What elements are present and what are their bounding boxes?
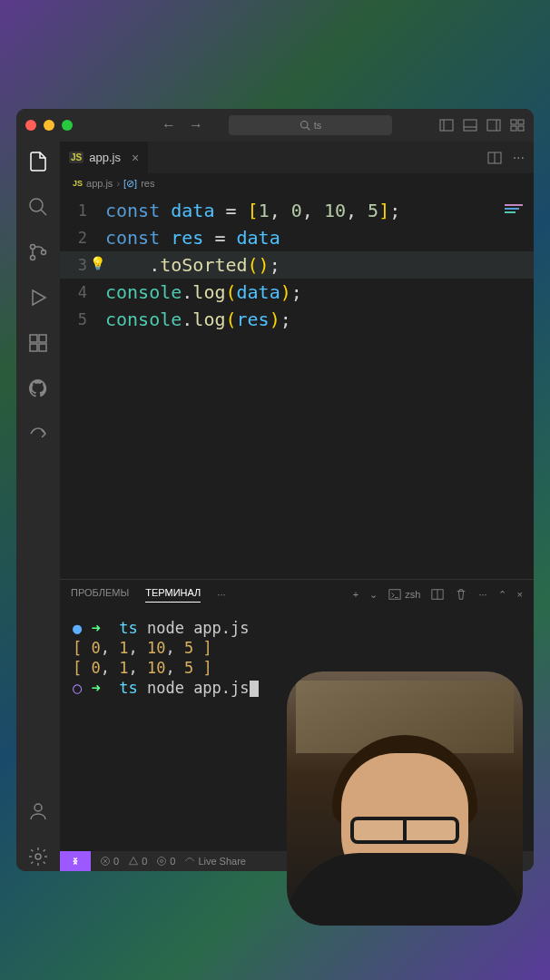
svg-rect-2 [440, 120, 453, 131]
terminal-line: [ 0, 1, 10, 5 ] [73, 638, 521, 658]
panel-close-icon[interactable]: × [517, 589, 523, 600]
code-line[interactable]: 4console.log(data); [60, 279, 534, 306]
svg-point-0 [300, 122, 308, 129]
remote-button[interactable] [60, 851, 91, 871]
svg-rect-11 [518, 126, 524, 131]
breadcrumb-symbol-icon: [⊘] [123, 178, 137, 190]
close-window-button[interactable] [25, 120, 36, 131]
search-icon [300, 120, 310, 131]
svg-rect-18 [39, 335, 46, 342]
titlebar: ← → ts [16, 109, 534, 142]
lightbulb-icon[interactable]: 💡 [90, 256, 105, 270]
layout-panel-icon[interactable] [463, 118, 477, 132]
panel-tab-problems[interactable]: ПРОБЛЕМЫ [71, 587, 129, 602]
customize-layout-icon[interactable] [510, 118, 525, 132]
extensions-icon[interactable] [27, 332, 49, 358]
minimap-icon [505, 197, 523, 219]
command-center-search[interactable]: ts [229, 115, 392, 135]
panel-tab-terminal[interactable]: ТЕРМИНАЛ [145, 587, 201, 603]
code-line[interactable]: 1const data = [1, 0, 10, 5]; [60, 197, 534, 224]
status-liveshare[interactable]: Live Share [184, 856, 246, 867]
terminal-icon [388, 588, 401, 601]
new-terminal-icon[interactable]: + [353, 589, 358, 600]
explorer-icon[interactable] [27, 151, 49, 176]
terminal-more-icon[interactable]: ··· [478, 589, 486, 600]
code-line[interactable]: 2const res = data [60, 224, 534, 251]
tab-filename: app.js [89, 151, 121, 164]
code-line[interactable]: 3💡 .toSorted(); [60, 251, 534, 279]
terminal-dropdown-icon[interactable]: ⌄ [369, 589, 378, 601]
panel-tab-more[interactable]: ··· [217, 589, 225, 600]
chevron-right-icon: › [116, 178, 120, 189]
split-terminal-icon[interactable] [431, 588, 444, 601]
svg-point-35 [161, 860, 163, 863]
accounts-icon[interactable] [27, 800, 49, 826]
status-ports[interactable]: 0 [156, 856, 175, 867]
traffic-lights [25, 120, 73, 131]
svg-rect-19 [30, 344, 37, 351]
shell-indicator[interactable]: zsh [388, 588, 420, 601]
code-editor[interactable]: 1const data = [1, 0, 10, 5];2const res =… [60, 193, 534, 579]
panel-tabs: ПРОБЛЕМЫ ТЕРМИНАЛ ··· + ⌄ zsh ··· ⌃ [60, 580, 534, 609]
search-text: ts [314, 120, 322, 131]
nav-forward-icon[interactable]: → [189, 117, 203, 133]
webcam-overlay [287, 671, 523, 926]
svg-point-34 [158, 858, 166, 866]
panel-maximize-icon[interactable]: ⌃ [498, 589, 506, 601]
split-editor-icon[interactable] [487, 151, 502, 165]
tab-app-js[interactable]: JS app.js × [60, 142, 149, 173]
svg-rect-6 [487, 120, 500, 131]
svg-rect-20 [39, 344, 46, 351]
svg-rect-17 [30, 335, 37, 342]
terminal-line: ● ➜ ts node app.js [73, 618, 521, 638]
editor-tabs: JS app.js × ··· [60, 142, 534, 173]
status-warnings[interactable]: 0 [128, 856, 147, 867]
svg-line-1 [307, 127, 309, 130]
run-debug-icon[interactable] [27, 287, 49, 312]
svg-point-21 [34, 804, 42, 811]
github-icon[interactable] [27, 377, 49, 403]
svg-point-14 [31, 245, 35, 250]
svg-rect-9 [518, 120, 524, 124]
nav-back-icon[interactable]: ← [162, 117, 176, 133]
share-icon[interactable] [27, 423, 49, 448]
tab-close-icon[interactable]: × [132, 151, 139, 165]
layout-sidebar-right-icon[interactable] [486, 118, 501, 132]
source-control-icon[interactable] [27, 241, 49, 267]
svg-point-12 [30, 199, 43, 211]
breadcrumb[interactable]: JS app.js › [⊘] res [60, 173, 534, 193]
breadcrumb-symbol: res [141, 178, 154, 189]
svg-point-15 [31, 256, 35, 260]
search-sidebar-icon[interactable] [27, 196, 49, 221]
code-line[interactable]: 5console.log(res); [60, 306, 534, 333]
trash-icon[interactable] [455, 588, 467, 601]
svg-line-13 [41, 210, 46, 215]
tab-more-icon[interactable]: ··· [513, 150, 525, 166]
status-errors[interactable]: 0 [100, 856, 119, 867]
js-file-icon: JS [69, 152, 83, 163]
nav-arrows: ← → [162, 117, 203, 133]
settings-gear-icon[interactable] [27, 846, 49, 871]
svg-rect-8 [511, 120, 516, 124]
minimize-window-button[interactable] [44, 120, 54, 131]
layout-sidebar-left-icon[interactable] [439, 118, 454, 132]
breadcrumb-file: app.js [86, 178, 113, 189]
svg-rect-4 [464, 120, 476, 131]
maximize-window-button[interactable] [62, 120, 73, 131]
svg-rect-10 [511, 126, 516, 131]
activity-bar [16, 142, 60, 871]
breadcrumb-file-icon: JS [73, 179, 83, 188]
svg-point-22 [35, 854, 41, 859]
